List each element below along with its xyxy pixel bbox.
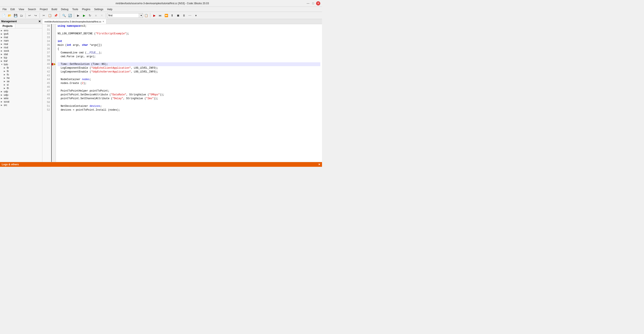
tree-item-ipv6[interactable]: ▶ipv6: [0, 32, 42, 36]
debug-step-out-button[interactable]: ⬆: [169, 13, 175, 18]
debug-stop-button[interactable]: ⏹: [175, 13, 181, 18]
code-line-41[interactable]: LogComponentEnable ("UdpEchoClientApplic…: [58, 66, 320, 70]
gutter-41[interactable]: [52, 66, 56, 70]
tree-item-src[interactable]: ▶src: [0, 103, 42, 107]
bottom-panel-close-icon[interactable]: ✕: [318, 163, 320, 166]
gutter-40[interactable]: [52, 62, 56, 66]
tree-item-scrat[interactable]: ▶scrat: [0, 100, 42, 103]
menu-item-file[interactable]: File: [1, 8, 8, 11]
tree-item-he[interactable]: ▶he: [0, 76, 42, 80]
code-content[interactable]: using namespace ns3;NS_LOG_COMPONENT_DEF…: [56, 24, 322, 162]
tree-item-wire[interactable]: ▶wire: [0, 97, 42, 100]
tree-item-th[interactable]: ▶th: [0, 87, 42, 90]
gutter-51[interactable]: [52, 104, 56, 108]
gutter-34[interactable]: [52, 40, 56, 43]
code-line-42[interactable]: LogComponentEnable ("UdpEchoServerApplic…: [58, 70, 320, 74]
menu-item-help[interactable]: Help: [106, 8, 114, 11]
gutter-52[interactable]: [52, 108, 56, 112]
redo-button[interactable]: ↪: [33, 13, 38, 18]
menu-item-debug[interactable]: Debug: [59, 8, 70, 11]
debug-run-button[interactable]: ▶: [152, 13, 157, 18]
tree-item-stat[interactable]: ▶stat: [0, 53, 42, 56]
abort-button[interactable]: ✕: [99, 13, 104, 18]
gutter-42[interactable]: [52, 70, 56, 74]
tree-item-tuto[interactable]: ▼tuto: [0, 63, 42, 66]
bottom-tab-code--blocks[interactable]: 📄Code::Blocks✕: [0, 167, 25, 167]
save-button[interactable]: 💾: [13, 13, 18, 18]
code-line-39[interactable]: [58, 59, 320, 62]
code-line-35[interactable]: main (int argc, char *argv[]): [58, 43, 320, 47]
gutter-39[interactable]: [52, 59, 56, 62]
code-line-34[interactable]: int: [58, 40, 320, 43]
tree-item-udp-[interactable]: ▶udp-: [0, 93, 42, 97]
menu-item-search[interactable]: Search: [26, 8, 38, 11]
maximize-button[interactable]: □: [311, 1, 315, 6]
debug-next-button[interactable]: ⏩: [164, 13, 169, 18]
bottom-tab-search-results[interactable]: 🔍Search results✕: [25, 167, 50, 167]
target-options-button[interactable]: 📋: [143, 13, 149, 18]
code-line-32[interactable]: NS_LOG_COMPONENT_DEFINE ("FirstScriptExa…: [58, 32, 320, 36]
code-line-43[interactable]: [58, 74, 320, 78]
code-line-51[interactable]: NetDeviceContainer devices;: [58, 104, 320, 108]
gutter-44[interactable]: [52, 78, 56, 81]
code-line-30[interactable]: using namespace ns3;: [58, 24, 320, 28]
tree-item-mat[interactable]: ▶mat: [0, 36, 42, 39]
code-line-50[interactable]: [58, 101, 320, 104]
tree-item-nam[interactable]: ▶nam: [0, 39, 42, 42]
open-file-button[interactable]: 📂: [7, 13, 12, 18]
debug-break-button[interactable]: ⏸: [181, 13, 187, 18]
tree-item-fir[interactable]: ▶fir: [0, 66, 42, 70]
tree-item-se[interactable]: ▶se: [0, 80, 42, 83]
tree-item-real[interactable]: ▶real: [0, 42, 42, 46]
minimize-button[interactable]: —: [306, 1, 310, 6]
copy-button[interactable]: 📋: [47, 13, 52, 18]
menu-item-view[interactable]: View: [17, 8, 26, 11]
toolbar-expand-button[interactable]: ▾: [193, 13, 198, 18]
undo-button[interactable]: ↩: [27, 13, 32, 18]
stop-button[interactable]: ■: [93, 13, 99, 18]
code-line-45[interactable]: nodes.Create (2);: [58, 81, 320, 85]
paste-button[interactable]: 📌: [53, 13, 58, 18]
menu-item-settings[interactable]: Settings: [92, 8, 105, 11]
code-line-47[interactable]: PointToPointHelper pointToPoint;: [58, 89, 320, 93]
gutter-32[interactable]: [52, 32, 56, 36]
sidebar-tab-projects[interactable]: Projects: [0, 24, 15, 28]
editor-tab-close[interactable]: ✕: [102, 20, 104, 23]
tree-item-erro[interactable]: ▶erro: [0, 29, 42, 32]
tree-item-udp[interactable]: ▶udp: [0, 90, 42, 93]
code-line-49[interactable]: pointToPoint.SetChannelAttribute ("Delay…: [58, 97, 320, 101]
cut-button[interactable]: ✂: [41, 13, 46, 18]
menu-item-plugins[interactable]: Plugins: [80, 8, 92, 11]
gutter-36[interactable]: [52, 47, 56, 51]
tree-item-traf[interactable]: ▶traf: [0, 59, 42, 63]
save-all-button[interactable]: 🗂: [19, 13, 24, 18]
menu-item-project[interactable]: Project: [38, 8, 49, 11]
gutter-31[interactable]: [52, 28, 56, 32]
gutter-47[interactable]: [52, 89, 56, 93]
code-line-46[interactable]: [58, 85, 320, 89]
code-line-33[interactable]: [58, 36, 320, 40]
gutter-45[interactable]: [52, 81, 56, 85]
replace-button[interactable]: 🔄: [67, 13, 72, 18]
code-line-38[interactable]: cmd.Parse (argc, argv);: [58, 55, 320, 59]
code-line-48[interactable]: pointToPoint.SetDeviceAttribute ("DataRa…: [58, 93, 320, 97]
rebuild-button[interactable]: ↻: [87, 13, 93, 18]
tree-item-sock[interactable]: ▶sock: [0, 49, 42, 53]
build-target-dropdown[interactable]: ▾: [140, 13, 143, 18]
code-line-31[interactable]: [58, 28, 320, 32]
debug-step-button[interactable]: ⏭: [158, 13, 163, 18]
menu-item-edit[interactable]: Edit: [9, 8, 16, 11]
gutter-33[interactable]: [52, 36, 56, 40]
tree-item-fo[interactable]: ▶fo: [0, 73, 42, 76]
bottom-tab-debugger[interactable]: ⚙Debugger✕: [97, 167, 118, 167]
gutter-38[interactable]: [52, 55, 56, 59]
code-line-37[interactable]: CommandLine cmd (__FILE__);: [58, 51, 320, 55]
menu-item-tools[interactable]: Tools: [70, 8, 80, 11]
close-button[interactable]: ✕: [316, 1, 320, 6]
gutter-46[interactable]: [52, 85, 56, 89]
gutter-43[interactable]: [52, 74, 56, 78]
find-button[interactable]: 🔍: [61, 13, 67, 18]
code-line-44[interactable]: NodeContainer nodes;: [58, 78, 320, 81]
build-target-input[interactable]: [107, 13, 139, 18]
build-prev-button[interactable]: ▶: [75, 13, 81, 18]
